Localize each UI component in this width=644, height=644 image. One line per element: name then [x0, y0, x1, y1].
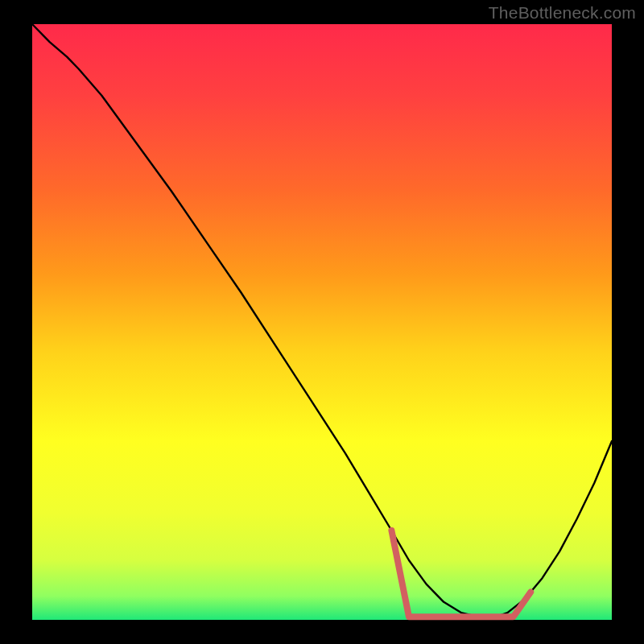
- chart-stage: TheBottleneck.com: [0, 0, 644, 644]
- plot-gradient-background: [32, 24, 612, 620]
- bottleneck-chart: [0, 0, 644, 644]
- watermark-text: TheBottleneck.com: [489, 3, 636, 23]
